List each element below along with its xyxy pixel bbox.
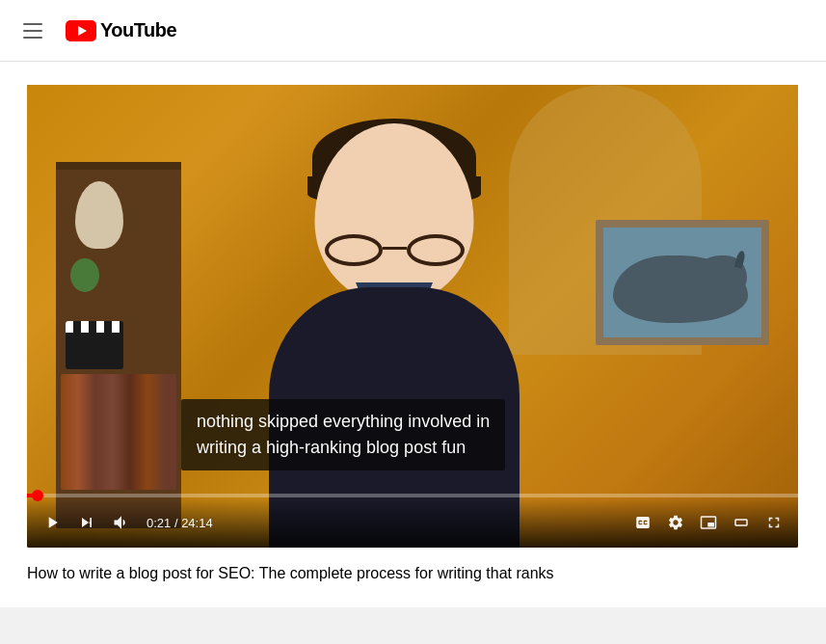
video-player[interactable]: nothing skipped everything involved in w… (27, 85, 798, 548)
plant-decoration (70, 258, 99, 292)
glasses-bridge (383, 247, 407, 250)
books-decoration (61, 374, 176, 490)
video-controls: 0:21 / 24:14 (27, 497, 798, 548)
miniplayer-button[interactable] (696, 510, 721, 535)
settings-button[interactable] (663, 510, 688, 535)
video-title: How to write a blog post for SEO: The co… (27, 563, 798, 584)
theater-button[interactable] (729, 510, 754, 535)
fullscreen-icon (765, 514, 783, 531)
subtitle-line2: writing a high-ranking blog post fun (197, 438, 466, 457)
youtube-logo[interactable]: YouTube (66, 19, 176, 41)
video-frame: nothing skipped everything involved in w… (27, 85, 798, 548)
clapboard-decoration (66, 321, 123, 369)
subtitle-overlay: nothing skipped everything involved in w… (181, 399, 505, 470)
glasses-right (407, 234, 465, 266)
cc-button[interactable] (630, 510, 655, 535)
play-button[interactable] (39, 509, 66, 536)
volume-button[interactable] (108, 509, 135, 536)
youtube-wordmark: YouTube (100, 19, 176, 41)
fullscreen-button[interactable] (761, 510, 786, 535)
site-header: YouTube (0, 0, 826, 62)
time-display: 0:21 / 24:14 (147, 516, 213, 530)
subtitle-line1: nothing skipped everything involved in (197, 412, 490, 431)
volume-icon (112, 513, 131, 532)
miniplayer-icon (700, 514, 717, 531)
theater-icon (733, 514, 750, 531)
yt-logo-icon (66, 20, 96, 41)
person-figure (211, 104, 577, 548)
bust-decoration (75, 181, 123, 249)
person-glasses (325, 234, 465, 268)
rhino-painting (596, 220, 769, 345)
settings-icon (667, 514, 684, 531)
next-icon (77, 513, 96, 532)
cc-icon (634, 514, 652, 531)
hamburger-menu[interactable] (15, 15, 50, 46)
main-content: nothing skipped everything involved in w… (0, 62, 826, 607)
glasses-left (325, 234, 383, 266)
next-button[interactable] (73, 509, 100, 536)
shelf-decoration (56, 162, 181, 528)
play-icon (42, 513, 62, 532)
